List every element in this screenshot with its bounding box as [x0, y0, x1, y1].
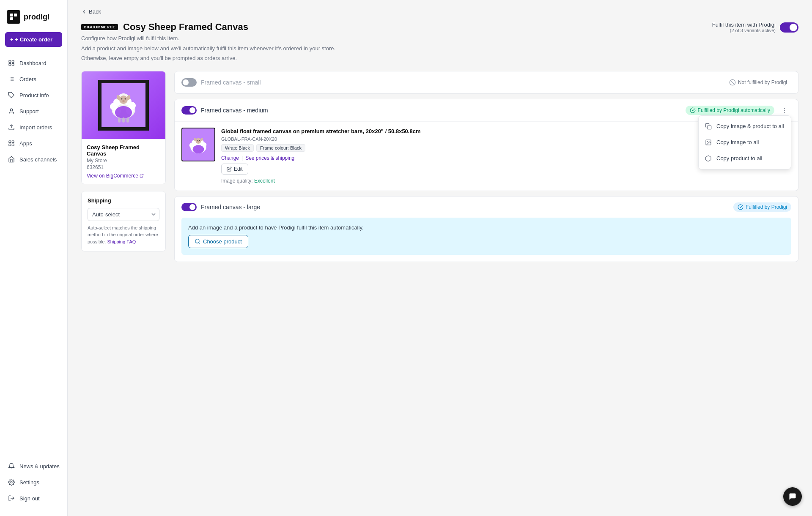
copy-image-product-item[interactable]: Copy image & product to all	[699, 118, 791, 134]
variant-toggle-large[interactable]	[181, 203, 197, 211]
svg-point-40	[784, 112, 785, 112]
sidebar-item-news-updates[interactable]: News & updates	[3, 459, 64, 474]
bell-icon	[8, 462, 15, 470]
variants-panel: Framed canvas - small Not fulfilled by P…	[174, 71, 798, 262]
svg-rect-0	[10, 14, 13, 16]
variant-card-medium: Framed canvas - medium Fulfilled by Prod…	[174, 99, 798, 191]
svg-rect-6	[12, 63, 14, 66]
edit-button[interactable]: Edit	[221, 164, 248, 175]
variant-toggle-row-large: Framed canvas - large	[181, 203, 260, 211]
svg-rect-13	[12, 144, 14, 146]
variant-toggle-row-small: Framed canvas - small	[181, 78, 261, 87]
copy-product-icon	[705, 155, 712, 162]
choose-product-button[interactable]: Choose product	[188, 235, 248, 248]
svg-rect-41	[708, 126, 711, 129]
page-header: BIGCOMMERCE Cosy Sheep Framed Canvas Con…	[81, 22, 798, 63]
choose-product-section: Add an image and a product to have Prodi…	[181, 218, 791, 255]
view-on-bigcommerce-link[interactable]: View on BigCommerce	[87, 173, 160, 179]
status-badge-small: Not fulfilled by Prodigi	[725, 77, 791, 87]
svg-point-53	[195, 138, 201, 143]
sidebar-item-settings[interactable]: Settings	[3, 475, 64, 490]
svg-point-38	[784, 108, 785, 109]
copy-product-item[interactable]: Copy product to all	[699, 150, 791, 167]
shipping-note: Auto-select matches the shipping method …	[88, 224, 159, 246]
svg-point-26	[121, 98, 123, 99]
list-icon	[8, 75, 15, 83]
image-quality-value: Excellent	[254, 178, 275, 184]
shipping-title: Shipping	[88, 197, 159, 204]
variant-header-right-medium: Fulfilled by Prodigi automatically	[686, 105, 791, 115]
copy-image-label: Copy image to all	[716, 139, 759, 145]
shipping-faq-link[interactable]: Shipping FAQ	[107, 239, 136, 244]
sidebar-item-label: Sales channels	[19, 156, 57, 163]
sidebar-item-dashboard[interactable]: Dashboard	[3, 55, 64, 71]
logo-icon	[7, 10, 20, 24]
content-columns: Cosy Sheep Framed Canvas My Store 632651…	[81, 71, 798, 262]
variant-tag-wrap: Wrap: Black	[221, 144, 254, 152]
sidebar-item-label: Settings	[19, 479, 39, 486]
context-menu-button[interactable]	[778, 105, 791, 115]
fulfil-label: Fulfil this item with Prodigi	[712, 22, 776, 28]
fulfil-toggle[interactable]	[780, 22, 798, 33]
sidebar-item-label: Product info	[19, 92, 49, 98]
sidebar-item-orders[interactable]: Orders	[3, 71, 64, 87]
page-header-left: BIGCOMMERCE Cosy Sheep Framed Canvas Con…	[81, 22, 335, 63]
store-icon	[8, 156, 15, 163]
page-description-3: Otherwise, leave empty and you'll be pro…	[81, 54, 335, 63]
sidebar-item-apps[interactable]: Apps	[3, 136, 64, 151]
sidebar-item-product-info[interactable]: Product info	[3, 87, 64, 103]
svg-point-27	[125, 98, 126, 99]
context-menu: Copy image & product to all Copy image t…	[698, 115, 791, 169]
variant-name-medium: Framed canvas - medium	[201, 107, 268, 114]
search-icon	[195, 238, 200, 244]
svg-rect-32	[118, 117, 121, 123]
svg-point-59	[193, 145, 204, 153]
svg-point-39	[784, 110, 785, 111]
variant-name-small: Framed canvas - small	[201, 79, 261, 86]
not-fulfilled-icon	[729, 79, 736, 86]
create-order-button[interactable]: + + Create order	[5, 32, 62, 47]
svg-point-56	[198, 141, 199, 142]
sidebar-item-import-orders[interactable]: Import orders	[3, 120, 64, 135]
person-icon	[8, 107, 15, 115]
main-content: Back BIGCOMMERCE Cosy Sheep Framed Canva…	[68, 0, 812, 516]
svg-rect-34	[126, 117, 129, 123]
variant-sheep-illustration	[186, 132, 211, 157]
product-image	[82, 71, 165, 139]
sidebar-item-label: Sign out	[19, 495, 40, 502]
change-link[interactable]: Change	[221, 155, 239, 161]
sidebar-item-label: Import orders	[19, 124, 52, 131]
svg-point-14	[11, 481, 12, 483]
fulfil-label-group: Fulfil this item with Prodigi (2 of 3 va…	[712, 22, 776, 33]
variant-card-small: Framed canvas - small Not fulfilled by P…	[174, 71, 798, 94]
sidebar-item-sales-channels[interactable]: Sales channels	[3, 152, 64, 167]
shipping-select[interactable]: Auto-select Standard Express Overnight	[88, 208, 159, 221]
variant-toggle-small[interactable]	[181, 78, 197, 87]
image-quality: Image quality: Excellent	[221, 178, 791, 184]
prices-shipping-link[interactable]: See prices & shipping	[245, 155, 294, 161]
back-link[interactable]: Back	[81, 8, 798, 15]
gear-icon	[8, 478, 15, 486]
signout-icon	[8, 494, 15, 502]
variant-toggle-medium[interactable]	[181, 106, 197, 115]
svg-rect-4	[12, 60, 14, 63]
sidebar-item-label: Apps	[19, 140, 32, 147]
check-circle-icon	[690, 107, 696, 113]
sheep-frame-image	[98, 80, 149, 131]
back-label: Back	[89, 8, 101, 15]
sidebar-item-sign-out[interactable]: Sign out	[3, 491, 64, 506]
svg-rect-10	[9, 141, 11, 143]
chat-button[interactable]	[783, 487, 802, 506]
svg-rect-11	[12, 141, 14, 143]
product-card-store: My Store	[87, 158, 160, 164]
svg-point-31	[115, 106, 132, 119]
svg-line-37	[730, 80, 734, 84]
variant-tag-frame: Frame colour: Black	[256, 144, 305, 152]
upload-icon	[8, 123, 15, 131]
svg-point-28	[122, 100, 125, 102]
logo-text: prodigi	[24, 13, 49, 22]
svg-point-8	[10, 109, 12, 111]
bigcommerce-badge: BIGCOMMERCE	[81, 24, 118, 30]
sidebar-item-support[interactable]: Support	[3, 104, 64, 119]
copy-image-item[interactable]: Copy image to all	[699, 134, 791, 150]
